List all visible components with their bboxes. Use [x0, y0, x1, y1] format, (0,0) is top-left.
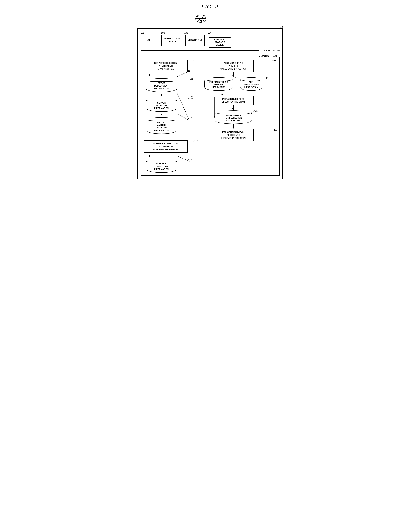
prog-112: NETWORK CONNECTIONINFORMATIONACQUISITION… — [144, 141, 188, 153]
storage-box: EXTERNALSTORAGEDEVICE — [209, 35, 231, 48]
arrow-121-down — [161, 94, 162, 96]
ref-133: ∼133 — [272, 129, 277, 131]
arrowhead-143 — [232, 127, 234, 129]
db-123: VIRTUALMACHINEMIGRATIONINFORMATION — [146, 117, 177, 134]
prog-133: MEP CONFIGURATIONPROCEDUREGENERATION PRO… — [213, 129, 254, 141]
db-121-wrapper: ∼121 DEVICEDEPLOYMENTINFORMATION — [144, 78, 188, 92]
arrow-143-down — [233, 124, 233, 127]
db-122-wrapper: ∼122 SERVERMIGRATIONINFORMATION — [144, 98, 188, 112]
bus-to-memory-line — [181, 53, 182, 57]
arrow-122-down — [161, 113, 162, 115]
memory-ref-num: ∼106 — [271, 54, 277, 57]
db-124: NETWORKCONNECTIONINFORMATION — [146, 159, 177, 173]
storage-ref: 104 — [208, 31, 211, 34]
cpu-ref: 101 — [141, 31, 144, 34]
prog-132: MEP-ASSIGNED PORTSELECTION PROGRAM — [213, 96, 254, 105]
figure-title: FIG. 2 — [134, 4, 286, 10]
ref-143: ∼143 — [252, 110, 257, 112]
db-141-wrapper: ∼141 PORT MONITORINGPRIORITYINFORMATION — [204, 77, 233, 91]
db-row-141-142: ∼141 PORT MONITORINGPRIORITYINFORMATION … — [190, 77, 276, 91]
arrow-112-down — [149, 155, 150, 157]
db-121: DEVICEDEPLOYMENTINFORMATION — [146, 78, 177, 92]
page: FIG. 2 6 ∼1 — [134, 4, 286, 179]
arrow-131-down — [233, 72, 233, 75]
cpu-box: CPU — [142, 35, 158, 46]
spacer-1 — [144, 136, 188, 139]
db-124-wrapper: ∼124 NETWORKCONNECTIONINFORMATION — [144, 159, 188, 173]
db-142: MEPCONFIGURATIONINFORMATION — [240, 77, 262, 91]
prog-133-wrapper: ∼133 MEP CONFIGURATIONPROCEDUREGENERATIO… — [190, 129, 276, 141]
io-box: INPUT/OUTPUTDEVICE — [161, 35, 182, 46]
arrowhead-141 — [221, 94, 223, 96]
db-123-wrapper: ∼123 VIRTUALMACHINEMIGRATIONINFORMATION — [144, 117, 188, 134]
right-column: ∼131 PORT MONITORINGPRIORITYCALCULATION … — [190, 60, 276, 173]
prog-131: PORT MONITORINGPRIORITYCALCULATION PROGR… — [213, 60, 254, 72]
hardware-ref: ∼1 — [280, 26, 283, 29]
arrow-141-down — [222, 91, 222, 94]
arrow-132-down — [233, 105, 233, 108]
prog-132-wrapper: ∼132 MEP-ASSIGNED PORTSELECTION PROGRAM — [190, 96, 276, 105]
arrowhead-132 — [232, 108, 234, 110]
net-box: NETWORK I/F — [185, 35, 204, 46]
db-142-wrapper: ∼142 MEPCONFIGURATIONINFORMATION — [240, 77, 262, 91]
arrow-111-down — [149, 74, 150, 76]
net-ref: 103 — [184, 31, 188, 34]
prog-131-wrapper: ∼131 PORT MONITORINGPRIORITYCALCULATION … — [190, 60, 276, 72]
ref-141: ∼141 — [233, 77, 239, 79]
prog-112-wrapper: NETWORK CONNECTIONINFORMATIONACQUISITION… — [144, 141, 188, 153]
ref-131: ∼131 — [272, 60, 277, 62]
ref-142: ∼142 — [263, 77, 268, 79]
system-bus — [141, 50, 259, 52]
db-143: MEP-ASSIGNEDPORT SELECTIONINFORMATION — [215, 110, 252, 124]
io-ref: 102 — [161, 31, 165, 34]
hardware-box: ∼1 101 CPU 102 INPUT/OUTPUTDEVICE — [138, 28, 283, 179]
memory-label: MEMORY — [258, 54, 270, 57]
memory-box: ∼106 MEMORY SERVER CONNECTIONINFORMATION… — [141, 57, 280, 176]
network-ref: 6 — [203, 14, 205, 17]
db-122: SERVERMIGRATIONINFORMATION — [146, 98, 177, 112]
db-141: PORT MONITORINGPRIORITYINFORMATION — [204, 77, 233, 91]
db-143-wrapper: ∼143 MEP-ASSIGNEDPORT SELECTIONINFORMATI… — [215, 110, 252, 124]
ref-132-label: ∼132 — [189, 96, 195, 98]
arrowhead-131 — [232, 75, 234, 77]
prog-111: SERVER CONNECTIONINFORMATIONINPUT PROGRA… — [144, 60, 188, 72]
system-bus-label: ∼105 SYSTEM BUS — [260, 49, 281, 52]
prog-111-wrapper: SERVER CONNECTIONINFORMATIONINPUT PROGRA… — [144, 60, 188, 72]
